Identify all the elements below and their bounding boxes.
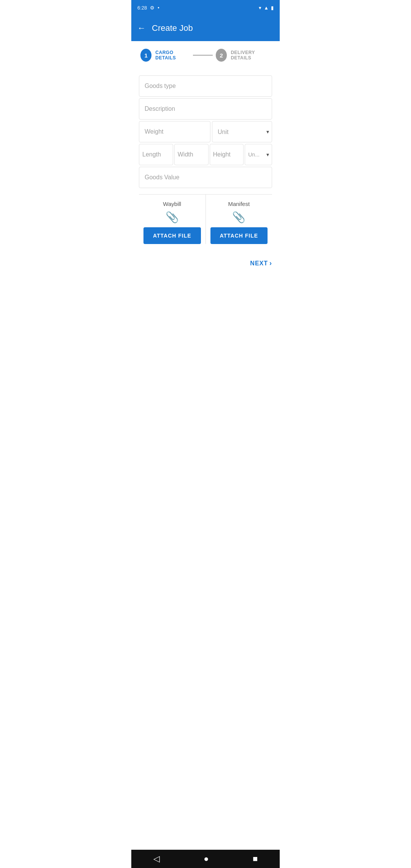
step-indicator: 1 CARGO DETAILS 2 DELIVERY DETAILS (131, 41, 280, 69)
next-arrow-icon: › (269, 259, 272, 267)
description-field[interactable] (139, 98, 272, 120)
settings-icon: ⚙ (150, 5, 155, 11)
step-1-label: CARGO DETAILS (155, 50, 190, 61)
width-field[interactable] (174, 144, 209, 165)
battery-icon: ▮ (271, 5, 274, 11)
wifi-icon: ▾ (259, 5, 261, 11)
attachment-section: Waybill 📎 ATTACH FILE Manifest 📎 ATTACH … (139, 194, 272, 244)
step-divider (193, 55, 213, 56)
step-2: 2 DELIVERY DETAILS (216, 49, 271, 62)
width-input[interactable] (178, 151, 205, 158)
page-title: Create Job (152, 23, 193, 33)
back-button[interactable]: ← (137, 23, 146, 33)
dot-icon: • (158, 5, 159, 11)
waybill-col: Waybill 📎 ATTACH FILE (139, 195, 206, 244)
step-2-circle: 2 (216, 49, 227, 62)
goods-value-input[interactable] (145, 174, 266, 181)
step-1: 1 CARGO DETAILS (140, 49, 190, 62)
length-field[interactable] (139, 144, 173, 165)
status-bar: 6:28 ⚙ • ▾ ▲ ▮ (131, 0, 280, 15)
status-icons: ▾ ▲ ▮ (259, 5, 274, 11)
unit-small-select[interactable]: Un... cm m in ft (245, 144, 272, 165)
next-button[interactable]: NEXT › (250, 259, 272, 267)
manifest-label: Manifest (228, 201, 250, 207)
next-area: NEXT › (131, 250, 280, 273)
signal-icon: ▲ (264, 5, 269, 11)
goods-type-field[interactable] (139, 75, 272, 97)
next-label: NEXT (250, 260, 268, 267)
height-input[interactable] (213, 151, 241, 158)
step-1-circle: 1 (140, 49, 151, 62)
dimensions-row: Un... cm m in ft ▾ (139, 144, 272, 165)
goods-type-input[interactable] (145, 83, 266, 89)
waybill-attach-button[interactable]: ATTACH FILE (143, 227, 201, 244)
waybill-label: Waybill (163, 201, 181, 207)
weight-field[interactable] (139, 121, 210, 142)
height-field[interactable] (210, 144, 244, 165)
unit-small-select-container[interactable]: Un... cm m in ft ▾ (245, 144, 272, 165)
description-input[interactable] (145, 105, 266, 112)
waybill-clip-icon: 📎 (166, 211, 179, 223)
form-area: Unit kg lb ton ▾ Un... cm m in ft (131, 69, 280, 250)
unit-select-container[interactable]: Unit kg lb ton ▾ (212, 121, 272, 142)
manifest-attach-button[interactable]: ATTACH FILE (210, 227, 268, 244)
status-time-area: 6:28 ⚙ • (137, 5, 159, 11)
unit-select[interactable]: Unit kg lb ton (212, 121, 272, 142)
manifest-clip-icon: 📎 (232, 211, 245, 223)
manifest-col: Manifest 📎 ATTACH FILE (206, 195, 272, 244)
length-input[interactable] (142, 151, 170, 158)
weight-input[interactable] (145, 128, 205, 135)
step-2-label: DELIVERY DETAILS (231, 50, 271, 61)
app-bar: ← Create Job (131, 15, 280, 41)
goods-value-field[interactable] (139, 167, 272, 188)
weight-unit-row: Unit kg lb ton ▾ (139, 121, 272, 142)
status-time: 6:28 (137, 5, 147, 11)
